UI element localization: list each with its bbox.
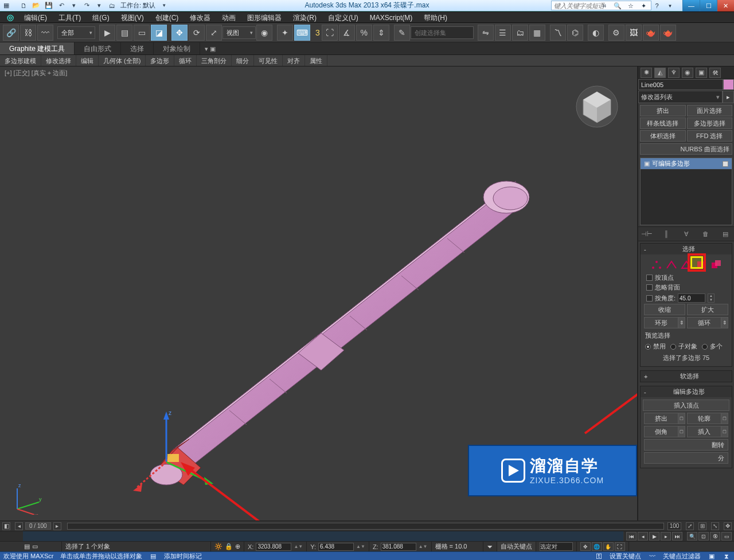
minimize-button[interactable]: — xyxy=(682,0,700,11)
search-icon[interactable]: 🔍 xyxy=(611,0,624,11)
mirror-icon[interactable]: ⇋ xyxy=(478,25,494,41)
open-icon[interactable]: 📂 xyxy=(32,1,41,10)
chk-ignore-back[interactable] xyxy=(646,284,653,291)
keymode-dropdown[interactable] xyxy=(540,542,573,551)
coord-x-input[interactable] xyxy=(256,543,291,551)
vertex-subobj-icon[interactable] xyxy=(650,259,663,271)
manipulate-icon[interactable]: ✦ xyxy=(277,25,293,41)
ribbon-chip-tri[interactable]: 三角剖分 xyxy=(197,55,232,66)
configure-sets-icon[interactable]: ▤ xyxy=(720,229,731,238)
create-tab-icon[interactable]: ✺ xyxy=(641,68,652,78)
keyboard-shortcut-toggle[interactable]: ⌨ xyxy=(294,25,310,41)
ribbon-chip-loop[interactable]: 循环 xyxy=(174,55,197,66)
remove-mod-icon[interactable]: 🗑 xyxy=(701,229,711,238)
snap-percent-icon[interactable]: % xyxy=(356,25,372,41)
ribbon-tab-freeform[interactable]: 自由形式 xyxy=(75,42,121,54)
window-crossing-toggle[interactable]: ◪ xyxy=(151,25,167,41)
maxscript-input-icon[interactable]: ▭ xyxy=(32,543,38,550)
workspace-label[interactable]: 工作台: 默认 xyxy=(120,1,155,10)
motion-tab-icon[interactable]: ◉ xyxy=(682,68,693,78)
track-bar[interactable]: ⏮ ◂ ▶ ▸ ⏭ 🔍 ⊡ ⦿ ▭ xyxy=(0,531,734,541)
extrude-button[interactable]: 挤出□ xyxy=(644,413,685,424)
menu-tools[interactable]: 工具(T) xyxy=(53,12,87,22)
grow-button[interactable]: 扩大 xyxy=(687,304,728,315)
prev-frame-icon[interactable]: ◂ xyxy=(638,532,648,541)
select-object-icon[interactable]: ▶ xyxy=(99,25,115,41)
play-icon[interactable]: ▶ xyxy=(649,532,659,541)
move-tool-button[interactable]: ✥ xyxy=(171,25,188,41)
app-icon[interactable]: ◎ xyxy=(2,12,18,22)
ref-coord-dropdown[interactable]: 视图 xyxy=(222,26,256,39)
set-key-icon[interactable]: ◧ xyxy=(2,522,10,530)
abs-rel-icon[interactable]: ⊕ xyxy=(235,543,240,550)
view-zoom-icon[interactable]: 🔍 xyxy=(687,532,697,541)
ribbon-chip-geoall[interactable]: 几何体 (全部) xyxy=(99,55,146,66)
undo-icon[interactable]: ↶ xyxy=(57,1,66,10)
rotate-tool-button[interactable]: ⟳ xyxy=(189,25,205,41)
snap-angle-icon[interactable]: ∡ xyxy=(339,25,355,41)
prev-key-icon[interactable]: ◂ xyxy=(15,522,23,530)
angle-spinner-arrows[interactable]: ▲▼ xyxy=(708,293,715,303)
chk-by-angle[interactable] xyxy=(646,295,653,301)
graphite-toggle-icon[interactable]: ▦ xyxy=(529,25,545,41)
make-unique-icon[interactable]: ∀ xyxy=(681,229,692,238)
app-menu-icon[interactable]: ▦ xyxy=(2,1,11,10)
ribbon-chip-poly[interactable]: 多边形 xyxy=(146,55,174,66)
isolate-icon[interactable]: ✥ xyxy=(580,542,591,551)
ribbon-chip-modsel[interactable]: 修改选择 xyxy=(41,55,76,66)
project-icon[interactable]: 🗂 xyxy=(107,1,116,10)
ring-button[interactable]: 环形⇕ xyxy=(644,317,685,328)
bevel-button[interactable]: 倒角□ xyxy=(644,426,685,437)
render-setup-icon[interactable]: ⚙ xyxy=(608,25,624,41)
named-sel-input[interactable] xyxy=(411,26,474,39)
help-icon[interactable]: ? xyxy=(650,0,663,11)
redo-dd-icon[interactable]: ▾ xyxy=(95,1,104,10)
angle-spinner-input[interactable] xyxy=(678,293,705,303)
setkey-label[interactable]: 设置关键点 xyxy=(610,552,641,561)
unlink-icon[interactable]: ⛓ xyxy=(20,25,36,41)
inset-settings-icon[interactable]: □ xyxy=(721,426,728,437)
mod-btn-volsel[interactable]: 体积选择 xyxy=(640,130,686,142)
menu-render[interactable]: 渲染(R) xyxy=(287,12,322,22)
time-config2-icon[interactable]: ⧗ xyxy=(723,553,731,559)
render-icon[interactable]: 🫖 xyxy=(643,25,659,41)
favorite-icon[interactable]: ☆ xyxy=(624,0,637,11)
close-button[interactable]: ✕ xyxy=(717,0,734,11)
goto-end-icon[interactable]: ⏭ xyxy=(672,532,682,541)
keyfilter-wave-icon[interactable]: 〰 xyxy=(648,553,656,559)
render-frame-icon[interactable]: 🖼 xyxy=(626,25,642,41)
maxscript-mini-icon[interactable]: ▤ xyxy=(24,543,30,550)
spinner-snap-icon[interactable]: ⇕ xyxy=(373,25,389,41)
chk-by-vertex[interactable] xyxy=(646,275,653,281)
view-fov-icon[interactable]: ⦿ xyxy=(710,532,720,541)
layer-icon[interactable]: 🗂 xyxy=(512,25,528,41)
ribbon-chip-vis[interactable]: 可见性 xyxy=(254,55,283,66)
track-range[interactable] xyxy=(23,531,624,541)
mod-btn-splinesel[interactable]: 样条线选择 xyxy=(640,118,686,129)
pivot-center-icon[interactable]: ◉ xyxy=(256,25,272,41)
hierarchy-tab-icon[interactable]: ♆ xyxy=(668,68,680,78)
mod-btn-extrude[interactable]: 挤出 xyxy=(640,105,686,116)
coord-z-input[interactable] xyxy=(381,543,416,551)
menu-create[interactable]: 创建(C) xyxy=(150,12,185,22)
selection-filter-dropdown[interactable]: 全部 xyxy=(57,26,95,39)
extrude-settings-icon[interactable]: □ xyxy=(678,413,685,424)
bind-spacewarp-icon[interactable]: 〰 xyxy=(37,25,53,41)
ribbon-chip-align[interactable]: 对齐 xyxy=(283,55,305,66)
maximize-button[interactable]: ☐ xyxy=(700,0,717,11)
ring-spinner-icon[interactable]: ⇕ xyxy=(678,318,685,328)
radio-disable[interactable] xyxy=(645,344,651,350)
ribbon-chip-subdiv[interactable]: 细分 xyxy=(232,55,254,66)
ribbon-chip-edit[interactable]: 编辑 xyxy=(76,55,99,66)
insert-vertex-button[interactable]: 插入顶点 xyxy=(643,400,729,411)
new-icon[interactable]: 🗋 xyxy=(19,1,28,10)
rollout-toggle-icon[interactable]: - xyxy=(644,246,646,253)
goto-start-icon[interactable]: ⏮ xyxy=(626,532,637,541)
element-subobj-icon[interactable] xyxy=(710,259,723,271)
mod-btn-polysel[interactable]: 多边形选择 xyxy=(687,118,733,129)
maximize-icon[interactable]: ⛶ xyxy=(615,542,625,551)
named-sel-edit-icon[interactable]: ✎ xyxy=(394,25,410,41)
menu-graph[interactable]: 图形编辑器 xyxy=(241,12,287,22)
link-icon[interactable]: 🔗 xyxy=(3,25,19,41)
ribbon-collapse-icon[interactable]: ▾ ▣ xyxy=(200,42,220,54)
